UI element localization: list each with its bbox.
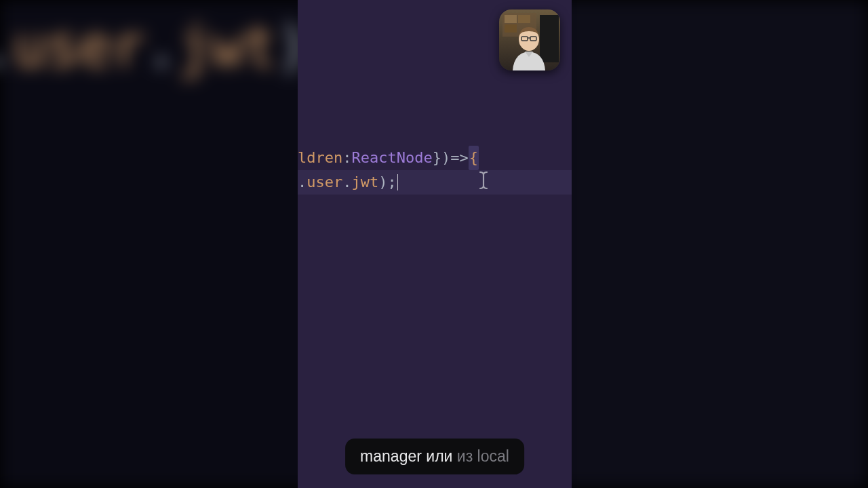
tok-param: ldren	[298, 146, 342, 170]
bg-prop: user	[13, 14, 144, 80]
tok-punct: :	[342, 146, 351, 170]
bg-punct: .	[0, 14, 13, 80]
tok-punct: })	[433, 146, 451, 170]
text-cursor-icon	[477, 171, 490, 190]
bg-punct: .	[144, 14, 178, 80]
tok-dot: .	[342, 170, 351, 195]
tok-prop: jwt	[351, 170, 378, 195]
subtitle-caption: manager или из local	[345, 439, 524, 474]
caption-dim: из local	[457, 447, 509, 465]
svg-rect-4	[505, 15, 517, 23]
tok-open-brace: {	[469, 146, 479, 170]
tok-prop: user	[307, 170, 342, 195]
text-caret	[397, 174, 399, 190]
svg-rect-5	[518, 15, 530, 23]
webcam-overlay	[499, 9, 560, 70]
code-line-1: ldren: ReactNode }) => {	[298, 146, 572, 170]
caption-main: manager или	[360, 447, 457, 465]
code-line-2: .user.jwt);	[298, 170, 572, 195]
bg-prop2: jwt	[177, 14, 276, 80]
vertical-video-frame: ldren: ReactNode }) => { .user.jwt);	[298, 0, 572, 488]
code-editor[interactable]: ldren: ReactNode }) => { .user.jwt);	[298, 146, 572, 195]
tok-punct: );	[378, 170, 397, 195]
tok-type: ReactNode	[351, 146, 432, 170]
tok-dot: .	[298, 170, 307, 195]
tok-arrow: =>	[450, 146, 469, 170]
svg-rect-6	[505, 24, 517, 33]
svg-rect-2	[540, 15, 559, 62]
